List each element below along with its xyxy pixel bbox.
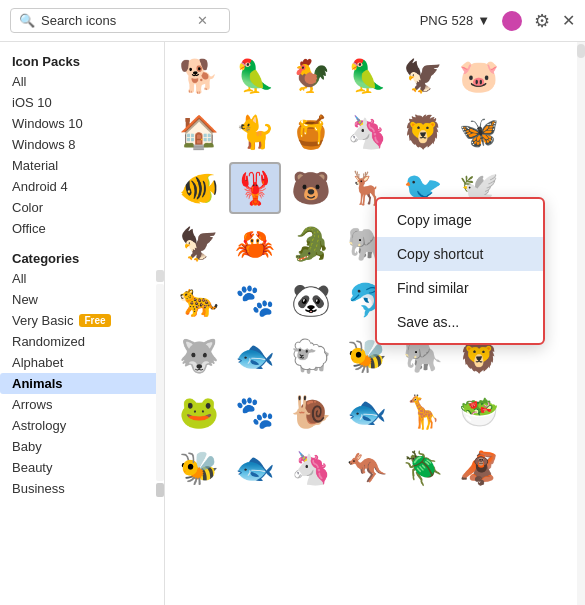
icon-cell[interactable]: 🦅 bbox=[397, 50, 449, 102]
main-layout: Icon Packs All iOS 10 Windows 10 Windows… bbox=[0, 42, 585, 605]
format-dropdown[interactable]: PNG 528 ▼ bbox=[420, 13, 490, 28]
sidebar-item-business[interactable]: Business bbox=[0, 478, 164, 499]
header-right: PNG 528 ▼ ⚙ ✕ bbox=[420, 10, 575, 32]
sidebar-item-new[interactable]: New bbox=[0, 289, 164, 310]
icon-cell[interactable]: 🐓 bbox=[285, 50, 337, 102]
icon-cell[interactable]: 🦜 bbox=[341, 50, 393, 102]
icon-row-2: 🏠 🐈 🍯 🦄 🦁 🦋 bbox=[173, 106, 577, 158]
sidebar-item-alphabet[interactable]: Alphabet bbox=[0, 352, 164, 373]
sidebar: Icon Packs All iOS 10 Windows 10 Windows… bbox=[0, 42, 165, 605]
categories-list: All New Very Basic Free Randomized Alpha… bbox=[0, 268, 164, 499]
clear-icon[interactable]: ✕ bbox=[197, 13, 208, 28]
sidebar-item-office[interactable]: Office bbox=[0, 218, 164, 239]
pack-section-title: Icon Packs bbox=[0, 50, 164, 71]
icon-cell[interactable]: 🐌 bbox=[285, 386, 337, 438]
icon-cell[interactable]: 🏠 bbox=[173, 106, 225, 158]
search-box[interactable]: 🔍 ✕ bbox=[10, 8, 230, 33]
app-header: 🔍 ✕ PNG 528 ▼ ⚙ ✕ bbox=[0, 0, 585, 42]
sidebar-item-all-cats[interactable]: All bbox=[0, 268, 164, 289]
icon-cell[interactable]: 🐑 bbox=[285, 330, 337, 382]
icon-row-7: 🐸 🐾 🐌 🐟 🦒 🥗 bbox=[173, 386, 577, 438]
icon-cell[interactable]: 🥗 bbox=[453, 386, 505, 438]
icon-cell[interactable]: 🐈 bbox=[229, 106, 281, 158]
icon-cell[interactable]: 🐾 bbox=[229, 386, 281, 438]
icon-cell[interactable]: 🦞 bbox=[229, 162, 281, 214]
sidebar-item-color[interactable]: Color bbox=[0, 197, 164, 218]
icon-cell[interactable]: 🪲 bbox=[397, 442, 449, 494]
icon-cell[interactable]: 🦘 bbox=[341, 442, 393, 494]
icon-cell[interactable]: 🍯 bbox=[285, 106, 337, 158]
sidebar-item-baby[interactable]: Baby bbox=[0, 436, 164, 457]
category-section-title: Categories bbox=[0, 247, 164, 268]
context-menu-save-as[interactable]: Save as... bbox=[377, 305, 543, 339]
icon-cell[interactable]: 🐝 bbox=[173, 442, 225, 494]
sidebar-item-arrows[interactable]: Arrows bbox=[0, 394, 164, 415]
sidebar-scrollbar bbox=[156, 268, 164, 499]
icon-cell[interactable]: 🦒 bbox=[397, 386, 449, 438]
sidebar-item-verybasic[interactable]: Very Basic Free bbox=[0, 310, 164, 331]
sidebar-item-android4[interactable]: Android 4 bbox=[0, 176, 164, 197]
sidebar-item-all-packs[interactable]: All bbox=[0, 71, 164, 92]
icon-row-1: 🐕 🦜 🐓 🦜 🦅 🐷 bbox=[173, 50, 577, 102]
icon-cell[interactable]: 🐆 bbox=[173, 274, 225, 326]
icon-cell[interactable]: 🦅 bbox=[173, 218, 225, 270]
search-input[interactable] bbox=[41, 13, 191, 28]
sidebar-item-animals[interactable]: Animals bbox=[0, 373, 164, 394]
icon-cell[interactable]: 🐕 bbox=[173, 50, 225, 102]
sidebar-item-astrology[interactable]: Astrology bbox=[0, 415, 164, 436]
icon-cell[interactable]: 🐟 bbox=[229, 330, 281, 382]
icon-cell[interactable]: 🐸 bbox=[173, 386, 225, 438]
gear-icon[interactable]: ⚙ bbox=[534, 10, 550, 32]
free-badge: Free bbox=[79, 314, 110, 327]
sidebar-item-randomized[interactable]: Randomized bbox=[0, 331, 164, 352]
icon-cell[interactable]: 🦄 bbox=[341, 106, 393, 158]
icon-cell[interactable]: 🐟 bbox=[229, 442, 281, 494]
sidebar-item-material[interactable]: Material bbox=[0, 155, 164, 176]
sidebar-item-windows10[interactable]: Windows 10 bbox=[0, 113, 164, 134]
icon-cell[interactable]: 🦋 bbox=[453, 106, 505, 158]
icon-cell[interactable]: 🐟 bbox=[341, 386, 393, 438]
context-menu-copy-shortcut[interactable]: Copy shortcut bbox=[377, 237, 543, 271]
icon-grid-area: 🐕 🦜 🐓 🦜 🦅 🐷 🏠 🐈 🍯 🦄 🦁 🦋 🐠 🦞 🐻 🦌 🐦 🕊️ bbox=[165, 42, 585, 605]
context-menu-copy-image[interactable]: Copy image bbox=[377, 203, 543, 237]
close-icon[interactable]: ✕ bbox=[562, 11, 575, 30]
icon-cell[interactable]: 🦄 bbox=[285, 442, 337, 494]
icon-cell[interactable]: 🦀 bbox=[229, 218, 281, 270]
format-label: PNG 528 bbox=[420, 13, 473, 28]
icon-cell[interactable]: 🐠 bbox=[173, 162, 225, 214]
grid-scrollbar-track bbox=[577, 42, 585, 605]
icon-cell[interactable]: 🐼 bbox=[285, 274, 337, 326]
chevron-down-icon: ▼ bbox=[477, 13, 490, 28]
icon-cell[interactable]: 🐻 bbox=[285, 162, 337, 214]
icon-cell[interactable]: 🐊 bbox=[285, 218, 337, 270]
context-menu-find-similar[interactable]: Find similar bbox=[377, 271, 543, 305]
icon-cell[interactable]: 🐷 bbox=[453, 50, 505, 102]
search-icon: 🔍 bbox=[19, 13, 35, 28]
icon-row-8: 🐝 🐟 🦄 🦘 🪲 🦧 bbox=[173, 442, 577, 494]
icon-cell[interactable]: 🦧 bbox=[453, 442, 505, 494]
sidebar-item-beauty[interactable]: Beauty bbox=[0, 457, 164, 478]
icon-cell[interactable]: 🦁 bbox=[397, 106, 449, 158]
sidebar-item-windows8[interactable]: Windows 8 bbox=[0, 134, 164, 155]
icon-cell[interactable]: 🐺 bbox=[173, 330, 225, 382]
grid-scrollbar-thumb[interactable] bbox=[577, 44, 585, 58]
icon-cell[interactable]: 🐾 bbox=[229, 274, 281, 326]
color-picker[interactable] bbox=[502, 11, 522, 31]
icon-cell[interactable]: 🦜 bbox=[229, 50, 281, 102]
context-menu: Copy image Copy shortcut Find similar Sa… bbox=[375, 197, 545, 345]
sidebar-item-ios10[interactable]: iOS 10 bbox=[0, 92, 164, 113]
